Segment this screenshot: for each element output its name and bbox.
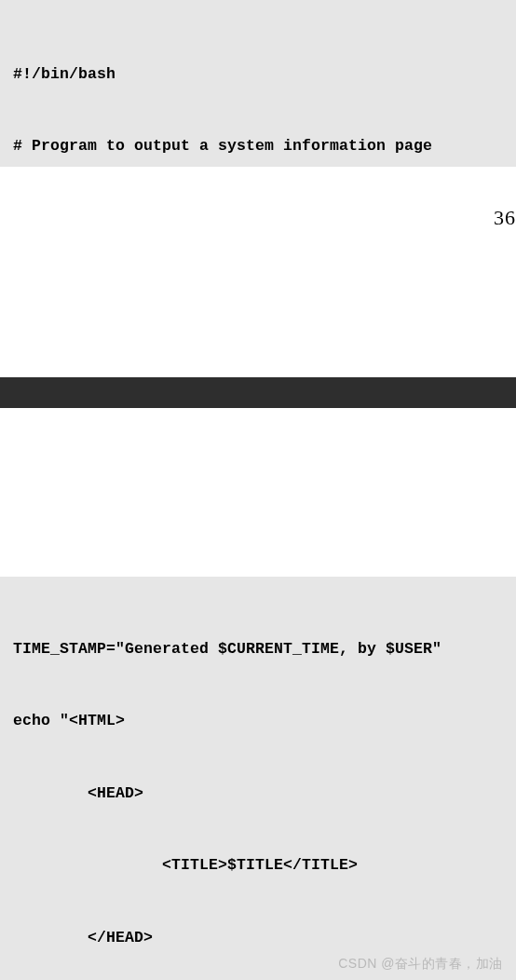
code-line: </HEAD> bbox=[13, 920, 503, 957]
page-number: 36 bbox=[494, 206, 516, 230]
code-line: TIME_STAMP="Generated $CURRENT_TIME, by … bbox=[13, 632, 503, 668]
code-line: <TITLE>$TITLE</TITLE> bbox=[13, 848, 503, 884]
watermark: CSDN @奋斗的青春，加油 bbox=[338, 956, 503, 973]
code-line: #!/bin/bash bbox=[13, 57, 503, 93]
code-block-top: #!/bin/bash # Program to output a system… bbox=[0, 0, 516, 167]
white-gap bbox=[0, 408, 516, 577]
code-block-bottom: TIME_STAMP="Generated $CURRENT_TIME, by … bbox=[0, 577, 516, 980]
code-line: echo "<HTML> bbox=[13, 703, 503, 740]
code-line: <HEAD> bbox=[13, 776, 503, 812]
page-number-area: 36 bbox=[0, 167, 516, 377]
divider-bar bbox=[0, 377, 516, 408]
code-line: # Program to output a system information… bbox=[13, 129, 503, 165]
